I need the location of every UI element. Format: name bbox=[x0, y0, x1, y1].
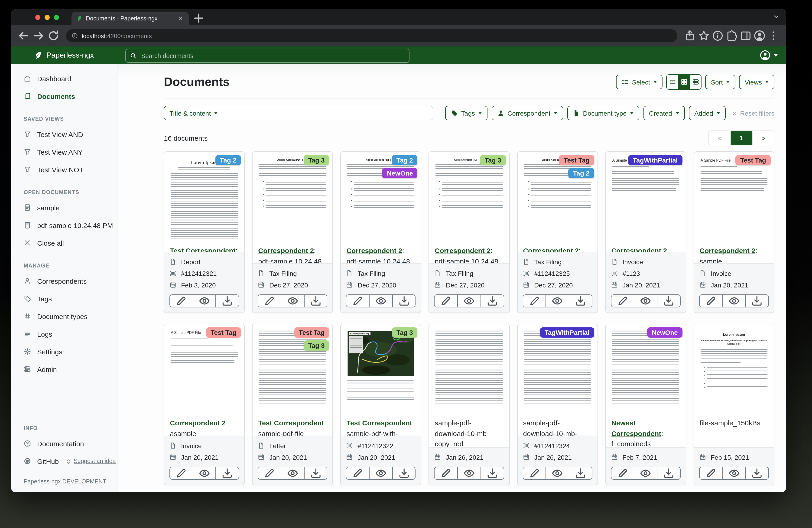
new-tab-button[interactable] bbox=[193, 12, 205, 24]
download-document-button[interactable] bbox=[392, 467, 415, 479]
filter-document-type-button[interactable]: Document type bbox=[567, 106, 639, 120]
document-thumbnail[interactable]: A Simple PDF FileTagWithPartial bbox=[606, 152, 685, 240]
edit-document-button[interactable] bbox=[170, 295, 192, 307]
tag-badge[interactable]: NewOne bbox=[647, 327, 682, 338]
document-card[interactable]: A Simple PDF FileTest TagCorrespondent 2… bbox=[694, 152, 774, 313]
download-document-button[interactable] bbox=[745, 295, 768, 307]
preview-document-button[interactable] bbox=[546, 295, 569, 307]
document-thumbnail[interactable]: Lorem ipsumLorem ipsum dolor sit amet, c… bbox=[694, 324, 774, 412]
document-card[interactable]: Test TagTag 3Test Correspondent: sample-… bbox=[252, 324, 333, 485]
edit-document-button[interactable] bbox=[611, 295, 634, 307]
page-state-icon[interactable] bbox=[712, 30, 724, 42]
edit-document-button[interactable] bbox=[347, 295, 369, 307]
side-panel-button[interactable] bbox=[740, 30, 752, 42]
correspondent-link[interactable]: Correspondent 2 bbox=[435, 246, 491, 255]
user-menu[interactable] bbox=[759, 50, 778, 61]
sidebar-item-correspondents[interactable]: Correspondents bbox=[11, 272, 117, 290]
download-document-button[interactable] bbox=[480, 467, 504, 479]
document-thumbnail[interactable]: Lorem IpsumTag 2 bbox=[164, 152, 244, 240]
site-info-icon[interactable] bbox=[72, 32, 78, 39]
filter-field-dropdown-button[interactable]: Title & content bbox=[164, 106, 223, 120]
pagination-next-button[interactable]: » bbox=[752, 131, 774, 145]
download-document-button[interactable] bbox=[392, 295, 415, 307]
document-thumbnail[interactable]: A Simple PDF FileTest Tag bbox=[694, 152, 774, 240]
edit-document-button[interactable] bbox=[523, 295, 546, 307]
pagination-page-1-button[interactable]: 1 bbox=[730, 131, 752, 145]
sidebar-item-admin[interactable]: Admin bbox=[11, 360, 117, 378]
edit-document-button[interactable] bbox=[170, 467, 192, 479]
document-card[interactable]: TagWithPartialsample-pdf-download-10-mb-… bbox=[517, 324, 598, 485]
tab-close-icon[interactable]: ✕ bbox=[177, 15, 184, 22]
edit-document-button[interactable] bbox=[258, 295, 281, 307]
pagination-prev-button[interactable]: « bbox=[709, 131, 730, 145]
preview-document-button[interactable] bbox=[722, 467, 745, 479]
tag-badge[interactable]: Test Tag bbox=[736, 155, 771, 165]
correspondent-link[interactable]: Correspondent 2 bbox=[170, 419, 226, 427]
document-card[interactable]: A Simple PDF FileTagWithPartialCorrespon… bbox=[605, 152, 686, 313]
address-bar[interactable]: localhost:4200/documents bbox=[66, 29, 677, 42]
download-document-button[interactable] bbox=[657, 467, 680, 479]
browser-menu-button[interactable] bbox=[767, 30, 780, 42]
document-thumbnail[interactable]: Adobe Acrobat PDF FilesTag 3 bbox=[429, 152, 509, 240]
edit-document-button[interactable] bbox=[435, 295, 457, 307]
download-document-button[interactable] bbox=[480, 295, 504, 307]
edit-document-button[interactable] bbox=[347, 467, 369, 479]
correspondent-link[interactable]: Correspondent 2 bbox=[523, 246, 579, 252]
sidebar-item-sample[interactable]: sample bbox=[11, 199, 117, 216]
document-card[interactable]: Lorem ipsumLorem ipsum dolor sit amet, c… bbox=[694, 324, 774, 485]
document-card[interactable]: sample-pdf-download-10-mb copy_redJan 26… bbox=[429, 324, 509, 485]
sidebar-item-dashboard[interactable]: Dashboard bbox=[11, 70, 117, 87]
tag-badge[interactable]: Test Tag bbox=[559, 155, 594, 165]
download-document-button[interactable] bbox=[216, 467, 238, 479]
app-brand[interactable]: Paperless-ngx bbox=[33, 51, 94, 60]
document-card[interactable]: A Simple PDF FileTest TagCorrespondent 2… bbox=[164, 324, 245, 485]
suggest-an-idea-link[interactable]: Suggest an idea bbox=[65, 458, 116, 465]
view-mode-grid-button[interactable] bbox=[678, 75, 690, 89]
browser-tab[interactable]: Documents - Paperless-ngx ✕ bbox=[72, 12, 189, 25]
download-document-button[interactable] bbox=[304, 467, 327, 479]
download-document-button[interactable] bbox=[745, 467, 768, 479]
download-document-button[interactable] bbox=[657, 295, 680, 307]
view-mode-detail-button[interactable] bbox=[690, 75, 701, 89]
preview-document-button[interactable] bbox=[281, 467, 304, 479]
zoom-window-button[interactable] bbox=[54, 15, 59, 20]
preview-document-button[interactable] bbox=[457, 295, 480, 307]
preview-document-button[interactable] bbox=[192, 295, 215, 307]
tag-badge[interactable]: TagWithPartial bbox=[628, 155, 682, 165]
download-document-button[interactable] bbox=[304, 295, 327, 307]
tag-badge[interactable]: Tag 2 bbox=[392, 155, 418, 165]
correspondent-link[interactable]: Correspondent 2 bbox=[347, 246, 402, 255]
preview-document-button[interactable] bbox=[281, 295, 304, 307]
document-card[interactable]: Adobe Acrobat PDF FilesTag 2NewOneCorres… bbox=[340, 152, 421, 313]
document-thumbnail[interactable]: NewOne bbox=[606, 324, 685, 412]
correspondent-link[interactable]: Correspondent 2 bbox=[611, 246, 667, 252]
back-button[interactable] bbox=[18, 30, 30, 42]
document-card[interactable]: Adobe Acrobat PDF FilesTest TagTag 2Corr… bbox=[517, 152, 598, 313]
edit-document-button[interactable] bbox=[258, 467, 281, 479]
edit-document-button[interactable] bbox=[435, 467, 457, 479]
document-thumbnail[interactable]: A Simple PDF FileTest Tag bbox=[164, 324, 244, 412]
document-card[interactable]: NewOneNewest Correspondent: f_combinedsF… bbox=[605, 324, 686, 485]
document-card[interactable]: Adobe Acrobat PDF FilesTag 3Corresponden… bbox=[429, 152, 509, 313]
sidebar-item-settings[interactable]: Settings bbox=[11, 343, 117, 360]
sidebar-item-github[interactable]: GitHub bbox=[11, 452, 59, 470]
correspondent-link[interactable]: Newest Correspondent bbox=[611, 419, 661, 437]
reset-filters-button[interactable]: Reset filters bbox=[732, 109, 774, 117]
document-thumbnail[interactable]: Adobe Acrobat PDF FilesTag 2NewOne bbox=[341, 152, 421, 240]
correspondent-link[interactable]: Correspondent 2 bbox=[700, 246, 755, 255]
document-card[interactable]: Lorem IpsumTag 2Test Correspondent: A Sa… bbox=[164, 152, 245, 313]
document-card[interactable]: Boundary Waters TripTag 3Test Correspond… bbox=[340, 324, 421, 485]
sidebar-item-test-view-and[interactable]: Test View AND bbox=[11, 125, 117, 143]
filter-added-button[interactable]: Added bbox=[689, 106, 726, 120]
search-input[interactable] bbox=[140, 52, 405, 60]
sort-dropdown-button[interactable]: Sort bbox=[705, 75, 735, 89]
profile-avatar-button[interactable] bbox=[754, 30, 766, 42]
edit-document-button[interactable] bbox=[523, 467, 546, 479]
view-mode-list-button[interactable] bbox=[667, 75, 678, 89]
correspondent-link[interactable]: Correspondent 2 bbox=[258, 246, 314, 255]
preview-document-button[interactable] bbox=[634, 467, 657, 479]
download-document-button[interactable] bbox=[216, 295, 238, 307]
tag-badge[interactable]: Tag 3 bbox=[480, 155, 506, 165]
bookmark-star-button[interactable] bbox=[698, 30, 710, 42]
filter-created-button[interactable]: Created bbox=[643, 106, 685, 120]
